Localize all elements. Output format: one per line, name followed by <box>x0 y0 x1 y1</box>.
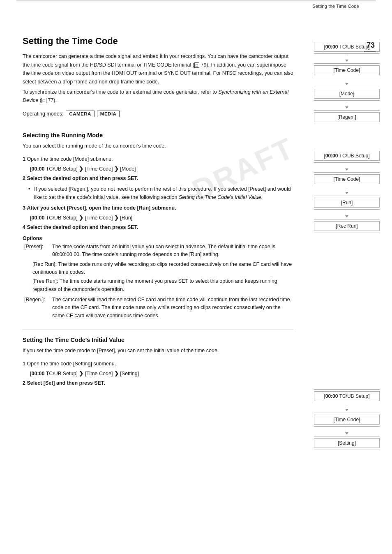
diagram2-item2: [Time Code] <box>314 174 380 184</box>
section2-divider <box>23 330 293 330</box>
option-regen-val: The camcorder will read the selected CF … <box>52 296 293 320</box>
options-table: [Preset]: The time code starts from an i… <box>24 243 293 320</box>
step-1: 1 Open the time code [Mode] submenu. <box>23 155 293 163</box>
diagram2: [00:00 TC/UB Setup] [Time Code] [Run] <box>314 149 380 233</box>
step-4: 4 Select the desired option and then pre… <box>23 223 293 231</box>
step-3-menu: [00:00 TC/UB Setup] ❯ [Time Code] ❯ [Run… <box>30 215 293 221</box>
page: Setting the Time Code 73 DRAFT Setting t… <box>0 0 392 554</box>
s2-step-1-number: 1 <box>23 361 25 367</box>
diagram3-item3: [Setting] <box>314 438 380 448</box>
diagram3-arrow1 <box>314 405 380 411</box>
step-2-bullet: If you selected [Regen.], you do not nee… <box>34 185 293 201</box>
diagram1-arrow2 <box>314 79 380 85</box>
step-4-text: Select the desired option and then press… <box>27 224 138 230</box>
s2-step-2: 2 Select [Set] and then press SET. <box>23 379 293 387</box>
section1-intro: You can select the running mode of the c… <box>23 142 293 150</box>
diagram2-item3: [Run] <box>314 198 380 208</box>
step-1-menu: [00:00 TC/UB Setup] ❯ [Time Code] ❯ [Mod… <box>30 166 293 172</box>
diagram3-item1: [00:00 TC/UB Setup] <box>314 391 380 401</box>
step-2: 2 Select the desired option and then pre… <box>23 174 293 182</box>
intro-p2: To synchronize the camcorder's time code… <box>23 88 293 105</box>
s2-step-2-number: 2 <box>23 380 25 386</box>
intro-p1: The camcorder can generate a time code s… <box>23 52 293 86</box>
step-2-text: Select the desired option and then press… <box>27 175 138 181</box>
right-column: [00:00 TC/UB Setup] [Time Code] [Mode] <box>310 11 392 466</box>
step-1-text: Open the time code [Mode] submenu. <box>27 156 113 162</box>
media-mode-badge: MEDIA <box>97 111 120 117</box>
s2-step-1: 1 Open the time code [Setting] submenu. <box>23 360 293 368</box>
option-freerun: [Free Run]: The time code starts running… <box>32 277 293 293</box>
main-content: Setting the Time Code The camcorder can … <box>0 11 392 466</box>
option-preset-val: The time code starts from an initial val… <box>52 243 293 259</box>
operating-modes: Operating modes: CAMERA MEDIA <box>23 111 293 117</box>
operating-modes-label: Operating modes: <box>23 111 63 117</box>
step-3: 3 After you select [Preset], open the ti… <box>23 204 293 212</box>
option-preset-row: [Preset]: The time code starts from an i… <box>24 243 293 259</box>
option-regen-row: [Regen.]: The camcorder will read the se… <box>24 296 293 320</box>
section2-title: Setting the Time Code's Initial Value <box>23 337 293 343</box>
s2-step-2-text: Select [Set] and then press SET. <box>27 380 105 386</box>
diagram3-arrow2 <box>314 428 380 434</box>
diagram2-arrow1 <box>314 164 380 171</box>
header-text: Setting the Time Code <box>312 4 376 11</box>
options-label: Options <box>23 235 293 241</box>
option-preset-key: [Preset]: <box>24 243 52 259</box>
step1-tc-num: 00:00 <box>31 166 44 172</box>
section1-title: Selecting the Running Mode <box>23 132 293 138</box>
diagram3-item2: [Time Code] <box>314 415 380 425</box>
left-column: Setting the Time Code The camcorder can … <box>0 11 310 466</box>
diagram1-arrow1 <box>314 55 380 62</box>
top-rule: Setting the Time Code <box>16 0 376 11</box>
s2-step-1-menu: [00:00 TC/UB Setup] ❯ [Time Code] ❯ [Set… <box>30 370 293 376</box>
diagram2-arrow2 <box>314 188 380 194</box>
section2-intro: If you set the time code mode to [Preset… <box>23 346 293 355</box>
option-regen-key: [Regen.]: <box>24 296 52 320</box>
diagram2-item1: [00:00 TC/UB Setup] <box>314 151 380 161</box>
diagram1-arrow3 <box>314 102 380 108</box>
step-3-text: After you select [Preset], open the time… <box>27 205 176 211</box>
step-3-number: 3 <box>23 205 25 211</box>
diagram3: [00:00 TC/UB Setup] [Time Code] [Setting… <box>314 389 380 450</box>
step-4-number: 4 <box>23 224 25 230</box>
diagram1-item2: [Time Code] <box>314 65 380 75</box>
option-recrun: [Rec Run]: The time code runs only while… <box>32 261 293 277</box>
diagram1-item4: [Regen.] <box>314 112 380 122</box>
diagram2-arrow3 <box>314 211 380 217</box>
camera-mode-badge: CAMERA <box>66 111 94 117</box>
page-title: Setting the Time Code <box>23 36 293 46</box>
step-1-number: 1 <box>23 156 25 162</box>
s2-step-1-text: Open the time code [Setting] submenu. <box>27 361 116 367</box>
diagram1-item3: [Mode] <box>314 89 380 99</box>
diagram1: [00:00 TC/UB Setup] [Time Code] [Mode] <box>314 40 380 124</box>
step-2-number: 2 <box>23 175 25 181</box>
page-number: 73 <box>364 41 376 52</box>
diagram2-item4: [Rec Run] <box>314 221 380 231</box>
